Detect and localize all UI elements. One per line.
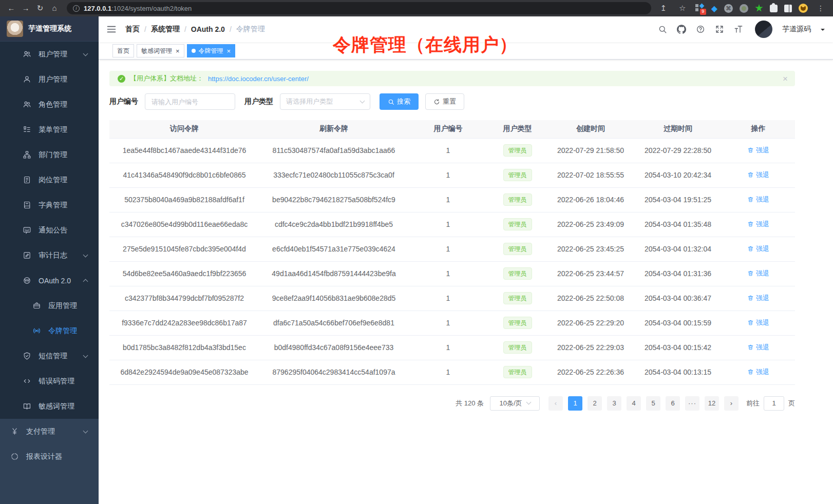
alert-close-icon[interactable]: × bbox=[783, 74, 788, 83]
next-page-button[interactable]: › bbox=[724, 396, 739, 411]
force-logout-button[interactable]: 强退 bbox=[747, 269, 769, 278]
username[interactable]: 芋道源码 bbox=[782, 25, 811, 34]
tags-view: 首页敏感词管理×令牌管理× bbox=[99, 42, 833, 60]
extension-gem-icon[interactable]: ◆ bbox=[711, 4, 717, 13]
cell-access-token: b0d1785bc3a8482f812db4a3f3bd15ec bbox=[109, 335, 259, 360]
profile-avatar-icon[interactable] bbox=[799, 4, 808, 13]
force-logout-button[interactable]: 强退 bbox=[747, 195, 769, 204]
extension-command-icon[interactable]: ⌘ bbox=[724, 4, 733, 13]
users-icon bbox=[23, 50, 31, 59]
page-button-5[interactable]: 5 bbox=[646, 396, 660, 411]
breadcrumb-home[interactable]: 首页 bbox=[125, 25, 140, 34]
site-info-icon[interactable]: i bbox=[73, 5, 80, 12]
browser-address-bar[interactable]: i 127.0.0.1:1024/system/oauth2/token bbox=[67, 2, 651, 14]
breadcrumb-oauth[interactable]: OAuth 2.0 bbox=[191, 25, 225, 33]
browser-forward-icon[interactable]: → bbox=[20, 2, 32, 14]
prev-page-button[interactable]: ‹ bbox=[548, 396, 563, 411]
tab-home[interactable]: 首页 bbox=[112, 44, 134, 57]
col-actions: 操作 bbox=[722, 120, 795, 138]
tab-token[interactable]: 令牌管理× bbox=[187, 44, 236, 57]
sidebar-item-tenant[interactable]: 租户管理 bbox=[0, 42, 99, 67]
user-avatar[interactable] bbox=[755, 21, 772, 38]
reset-button[interactable]: 重置 bbox=[425, 93, 464, 110]
sidebar-item-sms[interactable]: 短信管理 bbox=[0, 343, 99, 369]
force-logout-button[interactable]: 强退 bbox=[747, 294, 769, 303]
page-button-1[interactable]: 1 bbox=[568, 396, 582, 411]
page-size-select[interactable]: 10条/页 bbox=[490, 396, 540, 411]
force-logout-button[interactable]: 强退 bbox=[747, 170, 769, 180]
user-id-input[interactable] bbox=[145, 93, 235, 110]
goto-page-input[interactable] bbox=[764, 396, 784, 411]
force-logout-button[interactable]: 强退 bbox=[747, 343, 769, 352]
sidebar-item-role[interactable]: 角色管理 bbox=[0, 92, 99, 117]
edit-icon bbox=[23, 251, 31, 260]
bookopen-icon bbox=[23, 402, 31, 411]
page-content: ✓ 【用户体系】文档地址： https://doc.iocoder.cn/use… bbox=[99, 60, 833, 411]
tab-close-icon[interactable]: × bbox=[227, 48, 231, 54]
browser-back-icon[interactable]: ← bbox=[5, 2, 17, 14]
force-logout-button[interactable]: 强退 bbox=[747, 220, 769, 229]
search-button[interactable]: 搜索 bbox=[380, 93, 419, 110]
pager-ellipsis[interactable]: ··· bbox=[685, 396, 699, 411]
browser-reload-icon[interactable]: ↻ bbox=[34, 2, 46, 14]
page-button-2[interactable]: 2 bbox=[588, 396, 602, 411]
extensions-puzzle-icon[interactable] bbox=[770, 5, 778, 12]
tab-close-icon[interactable]: × bbox=[176, 48, 180, 54]
user-type-badge: 管理员 bbox=[503, 292, 532, 304]
force-logout-button[interactable]: 强退 bbox=[747, 318, 769, 327]
table-row: c342377bf8b344799dcbf7bf095287f29ce8ef2a… bbox=[109, 286, 795, 311]
force-logout-button[interactable]: 强退 bbox=[747, 146, 769, 155]
sidebar-item-user[interactable]: 用户管理 bbox=[0, 67, 99, 92]
sidebar-item-pay[interactable]: 支付管理 bbox=[0, 419, 99, 444]
doc-link[interactable]: https://doc.iocoder.cn/user-center/ bbox=[208, 75, 309, 83]
trash-icon bbox=[747, 344, 754, 351]
sidebar-item-report-designer[interactable]: 报表设计器 bbox=[0, 444, 99, 469]
sidebar-item-post[interactable]: 岗位管理 bbox=[0, 167, 99, 192]
github-icon[interactable] bbox=[677, 25, 686, 34]
sidebar-item-audit-log[interactable]: 审计日志 bbox=[0, 243, 99, 268]
force-logout-button[interactable]: 强退 bbox=[747, 367, 769, 377]
chevron-down-icon bbox=[83, 353, 88, 358]
bookmark-star-icon[interactable]: ☆ bbox=[676, 2, 689, 14]
sidebar-item-oauth2-token[interactable]: 令牌管理 bbox=[0, 318, 99, 343]
browser-menu-icon[interactable]: ⋮ bbox=[815, 2, 827, 14]
col-create-time: 创建时间 bbox=[547, 120, 634, 138]
browser-chrome: ← → ↻ ⌂ i 127.0.0.1:1024/system/oauth2/t… bbox=[0, 0, 833, 16]
sidebar-item-error-code[interactable]: 错误码管理 bbox=[0, 369, 99, 394]
sidebar-item-sensitive-word[interactable]: 敏感词管理 bbox=[0, 394, 99, 419]
sidebar-item-dict[interactable]: 字典管理 bbox=[0, 192, 99, 218]
font-size-icon[interactable] bbox=[734, 25, 743, 34]
force-logout-button[interactable]: 强退 bbox=[747, 244, 769, 254]
cell-refresh-token: cdfc4ce9c2da4bb1bdf21b9918ff4be5 bbox=[259, 212, 408, 237]
page-button-3[interactable]: 3 bbox=[607, 396, 621, 411]
sidebar-item-label: 应用管理 bbox=[48, 301, 99, 311]
tab-sensitive-word[interactable]: 敏感词管理× bbox=[137, 44, 184, 57]
cell-create-time: 2022-06-25 23:45:25 bbox=[547, 237, 634, 261]
fullscreen-icon[interactable] bbox=[715, 25, 724, 34]
robot-icon bbox=[23, 276, 31, 285]
page-button-12[interactable]: 12 bbox=[705, 396, 719, 411]
cell-access-token: 275e5de9151045fe87cbdc395e004f4d bbox=[109, 237, 259, 261]
browser-home-icon[interactable]: ⌂ bbox=[48, 2, 61, 14]
share-icon[interactable]: ↥ bbox=[657, 2, 670, 14]
sidebar-item-notice[interactable]: 通知公告 bbox=[0, 218, 99, 243]
extension-badge-icon[interactable]: 9 bbox=[695, 4, 705, 13]
sidebar-toggle-icon[interactable] bbox=[106, 24, 117, 34]
page-button-4[interactable]: 4 bbox=[627, 396, 641, 411]
chevron-down-icon bbox=[83, 428, 88, 433]
sidebar-item-dept[interactable]: 部门管理 bbox=[0, 142, 99, 167]
page-button-6[interactable]: 6 bbox=[666, 396, 680, 411]
sidebar-item-oauth2-app[interactable]: 应用管理 bbox=[0, 293, 99, 318]
user-type-select[interactable]: 请选择用户类型 bbox=[280, 93, 370, 110]
app-logo[interactable]: 芋道管理系统 bbox=[0, 16, 99, 41]
extension-circle-icon[interactable] bbox=[740, 4, 748, 13]
help-icon[interactable] bbox=[696, 25, 705, 34]
caret-down-icon[interactable] bbox=[821, 29, 825, 33]
sidebar-item-menu[interactable]: 菜单管理 bbox=[0, 117, 99, 142]
header-search-icon[interactable] bbox=[658, 25, 667, 34]
breadcrumb-system[interactable]: 系统管理 bbox=[151, 25, 180, 34]
sidebar-item-oauth2[interactable]: OAuth 2.0 bbox=[0, 268, 99, 293]
side-panel-icon[interactable] bbox=[784, 5, 792, 12]
extension-star-icon[interactable] bbox=[755, 4, 763, 12]
trash-icon bbox=[747, 270, 754, 277]
